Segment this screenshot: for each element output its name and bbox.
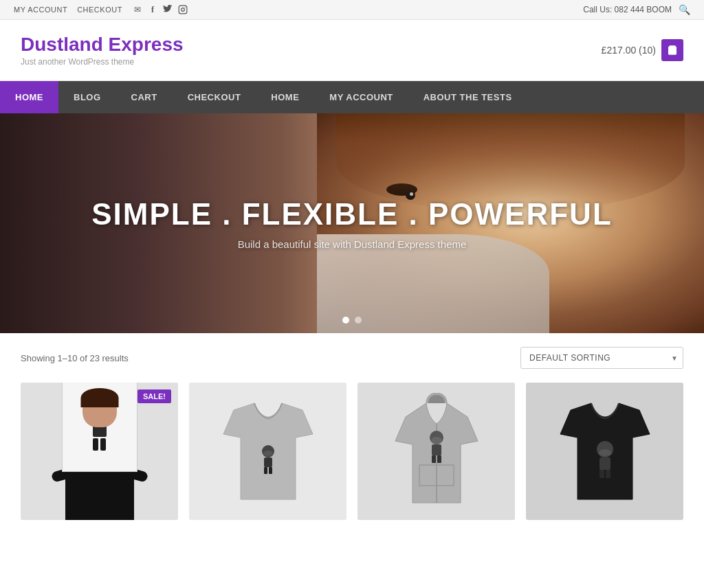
svg-point-5 bbox=[263, 451, 273, 456]
product-image-4 bbox=[526, 383, 683, 520]
email-icon[interactable]: ✉ bbox=[132, 4, 143, 15]
product-card-2[interactable] bbox=[189, 383, 346, 520]
site-title[interactable]: Dustland Express bbox=[21, 34, 184, 56]
twitter-icon[interactable] bbox=[162, 4, 173, 15]
svg-point-2 bbox=[185, 7, 186, 8]
cart-total: £217.00 (10) bbox=[602, 45, 656, 56]
sort-select[interactable]: DEFAULT SORTING Sort by popularity Sort … bbox=[520, 347, 683, 369]
svg-rect-17 bbox=[600, 457, 610, 470]
svg-rect-0 bbox=[179, 5, 187, 14]
facebook-icon[interactable]: f bbox=[147, 4, 158, 15]
top-bar: MY ACCOUNT CHECKOUT ✉ f Call Us: 082 444… bbox=[0, 0, 704, 20]
shop-toolbar: Showing 1–10 of 23 results DEFAULT SORTI… bbox=[21, 347, 683, 369]
svg-rect-14 bbox=[437, 455, 441, 463]
svg-rect-7 bbox=[264, 467, 267, 474]
nav-blog[interactable]: BLOG bbox=[58, 81, 116, 113]
phone-number: Call Us: 082 444 BOOM bbox=[583, 5, 672, 14]
instagram-icon[interactable] bbox=[177, 4, 188, 15]
shop-area: Showing 1–10 of 23 results DEFAULT SORTI… bbox=[0, 333, 704, 534]
svg-point-1 bbox=[182, 8, 185, 12]
branding: Dustland Express Just another WordPress … bbox=[21, 34, 184, 67]
product-card-4[interactable] bbox=[526, 383, 683, 520]
nav-about-tests[interactable]: ABOUT THE TESTS bbox=[408, 81, 527, 113]
svg-rect-13 bbox=[432, 455, 436, 463]
nav-cart[interactable]: CART bbox=[116, 81, 173, 113]
nav-checkout[interactable]: CHECKOUT bbox=[173, 81, 256, 113]
nav-my-account[interactable]: MY ACCOUNT bbox=[314, 81, 408, 113]
results-count: Showing 1–10 of 23 results bbox=[21, 353, 129, 363]
my-account-link[interactable]: MY ACCOUNT bbox=[14, 5, 67, 14]
svg-rect-12 bbox=[432, 444, 441, 455]
site-tagline: Just another WordPress theme bbox=[21, 57, 184, 67]
products-grid: SALE! bbox=[21, 383, 683, 520]
tshirt-svg-gray bbox=[220, 396, 316, 506]
top-bar-left: MY ACCOUNT CHECKOUT ✉ f bbox=[14, 4, 188, 15]
hero-subtitle: Build a beautiful site with Dustland Exp… bbox=[91, 238, 613, 250]
product-card-1[interactable]: SALE! bbox=[21, 383, 178, 520]
svg-rect-6 bbox=[264, 457, 272, 467]
product-image-1: SALE! bbox=[21, 383, 178, 520]
svg-rect-19 bbox=[606, 470, 610, 478]
top-bar-right: Call Us: 082 444 BOOM 🔍 bbox=[583, 4, 690, 15]
hoodie-svg-gray bbox=[388, 393, 485, 510]
svg-rect-18 bbox=[600, 470, 604, 478]
header: Dustland Express Just another WordPress … bbox=[0, 20, 704, 81]
main-nav: HOME BLOG CART CHECKOUT HOME MY ACCOUNT … bbox=[0, 81, 704, 113]
nav-home[interactable]: HOME bbox=[0, 81, 58, 113]
nav-home-2[interactable]: HOME bbox=[256, 81, 314, 113]
product-image-3 bbox=[358, 383, 515, 520]
product-card-3[interactable] bbox=[358, 383, 515, 520]
social-icons: ✉ f bbox=[132, 4, 188, 15]
svg-rect-8 bbox=[269, 467, 272, 474]
product-image-2 bbox=[189, 383, 346, 520]
hero-dots bbox=[342, 317, 362, 324]
checkout-top-link[interactable]: CHECKOUT bbox=[77, 5, 122, 14]
sort-wrapper: DEFAULT SORTING Sort by popularity Sort … bbox=[520, 347, 683, 369]
hero-dot-2[interactable] bbox=[355, 317, 362, 324]
cart-info: £217.00 (10) bbox=[602, 39, 683, 61]
search-icon[interactable]: 🔍 bbox=[679, 4, 690, 15]
svg-point-11 bbox=[431, 437, 442, 444]
hero-banner: SIMPLE . FLEXIBLE . POWERFUL Build a bea… bbox=[0, 113, 704, 333]
hero-title: SIMPLE . FLEXIBLE . POWERFUL bbox=[91, 197, 613, 231]
svg-point-16 bbox=[599, 449, 611, 456]
hero-dot-1[interactable] bbox=[342, 317, 349, 324]
tshirt-svg-black bbox=[557, 396, 653, 506]
cart-icon-button[interactable] bbox=[661, 39, 683, 61]
sale-badge: SALE! bbox=[138, 389, 171, 403]
hero-content: SIMPLE . FLEXIBLE . POWERFUL Build a bea… bbox=[91, 197, 613, 250]
